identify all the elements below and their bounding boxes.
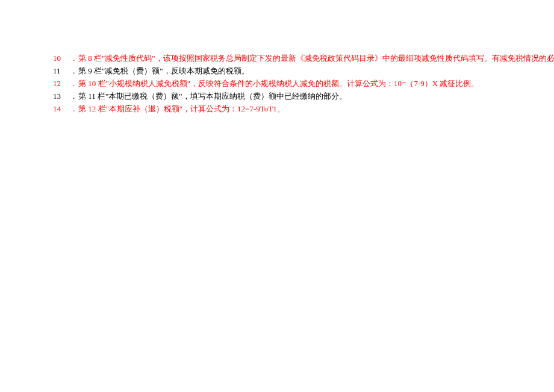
list-item: 11．第 9 栏"减免税（费）额"，反映本期减免的税额。 [53,64,554,77]
item-number: 14 [53,102,70,115]
item-text: 第 8 栏"减免性质代码"，该项按照国家税务总局制定下发的最新《减免税政策代码目… [78,54,554,63]
list-item: 12．第 10 栏"小规模纳税人减免税额"，反映符合条件的小规模纳税人减免的税额… [53,77,554,90]
item-dot: ． [70,90,78,102]
item-dot: ． [70,64,78,77]
list-item: 14．第 12 栏"本期应补（退）税额"，计算公式为：12=7-9ToT1。 [53,102,554,115]
list-item: 13．第 11 栏"本期已缴税（费）额"，填写本期应纳税（费）额中已经缴纳的部分… [53,90,554,102]
item-number: 12 [53,77,70,90]
document-body: 10．第 8 栏"减免性质代码"，该项按照国家税务总局制定下发的最新《减免税政策… [0,0,554,115]
item-dot: ． [70,52,78,64]
item-dot: ． [70,102,78,115]
item-number: 10 [53,52,70,64]
list-item: 10．第 8 栏"减免性质代码"，该项按照国家税务总局制定下发的最新《减免税政策… [53,52,554,64]
item-number: 13 [53,90,70,102]
item-text: 第 12 栏"本期应补（退）税额"，计算公式为：12=7-9ToT1。 [78,104,285,113]
item-number: 11 [53,64,70,77]
item-text: 第 9 栏"减免税（费）额"，反映本期减免的税额。 [78,66,249,75]
item-text: 第 10 栏"小规模纳税人减免税额"，反映符合条件的小规模纳税人减免的税额。计算… [78,79,479,88]
item-dot: ． [70,77,78,90]
item-text: 第 11 栏"本期已缴税（费）额"，填写本期应纳税（费）额中已经缴纳的部分。 [78,92,347,101]
